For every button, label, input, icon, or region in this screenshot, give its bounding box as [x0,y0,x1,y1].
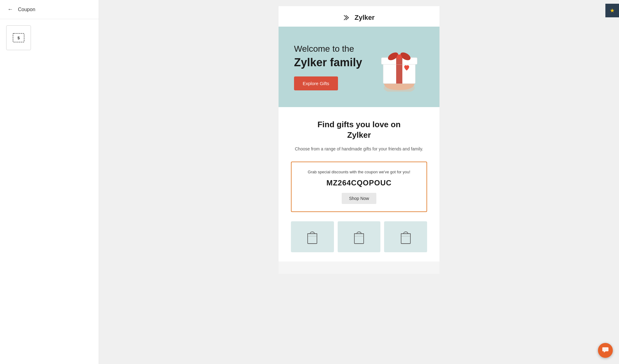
hero-banner: Welcome to the Zylker family Explore Gif… [279,27,439,107]
hero-line1: Welcome to the [294,43,371,54]
email-logo: Zylker [279,6,439,27]
product-card-2 [338,221,381,252]
hero-text: Welcome to the Zylker family Explore Gif… [294,43,371,90]
product-cards [291,221,427,255]
sidebar-title: Coupon [18,7,35,12]
gift-box-illustration [374,42,424,92]
svg-text:$: $ [17,36,20,40]
email-wrapper: Zylker Welcome to the Zylker family Expl… [279,6,439,274]
brand-name: Zylker [355,14,375,22]
product-card-3 [384,221,427,252]
sidebar: ← Coupon $ [0,0,99,364]
main-content: ★ Zylker Welcome to the Zylker family Ex… [99,0,619,364]
shopping-bag-icon-1 [305,228,320,245]
coupon-template-icon: $ [12,31,25,45]
chat-button[interactable] [598,343,613,358]
shopping-bag-icon-3 [398,228,413,245]
chat-icon [602,346,609,355]
section-title: Find gifts you love on Zylker [291,119,427,141]
shop-now-button[interactable]: Shop Now [342,193,377,204]
svg-point-9 [397,54,402,59]
section-description: Choose from a range of handmade gifts fo… [291,145,427,152]
star-icon: ★ [610,7,615,14]
coupon-description: Grab special discounts with the coupon w… [298,170,420,174]
zylker-logo-icon [344,14,352,21]
coupon-code: MZ264CQOPOUC [298,179,420,187]
coupon-box: Grab special discounts with the coupon w… [291,162,427,212]
sidebar-header: ← Coupon [0,0,99,19]
back-button[interactable]: ← [6,5,14,14]
star-button[interactable]: ★ [605,4,619,17]
explore-gifts-button[interactable]: Explore Gifts [294,76,338,90]
sidebar-content: $ [0,19,37,56]
template-thumbnail[interactable]: $ [6,25,31,50]
shopping-bag-icon-2 [351,228,367,245]
product-card-1 [291,221,334,252]
hero-line2: Zylker family [294,56,371,69]
middle-section: Find gifts you love on Zylker Choose fro… [279,107,439,262]
hero-image [371,39,427,95]
svg-rect-4 [396,61,402,84]
brand-logo: Zylker [285,14,433,22]
